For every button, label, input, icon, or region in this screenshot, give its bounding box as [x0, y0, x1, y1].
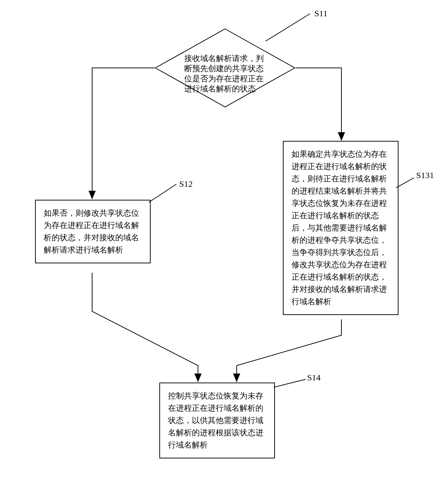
svg-line-1 — [149, 184, 176, 202]
label-s131: S131 — [416, 171, 434, 180]
svg-line-2 — [396, 178, 414, 188]
process-s14: 控制共享状态位恢复为未存在进程正在进行域名解析的状态，以供其他需要进行域名解析的… — [159, 383, 275, 458]
decision-text: 接收域名解析请求，判断预先创建的共享状态位是否为存在进程正在进行域名解析的状态 — [184, 53, 266, 94]
label-s11: S11 — [314, 9, 327, 18]
label-s14: S14 — [307, 373, 320, 383]
process-s12: 如果否，则修改共享状态位为存在进程正在进行域名解析的状态，并对接收的域名解析请求… — [35, 200, 151, 263]
label-s12: S12 — [179, 179, 193, 189]
decision-s11: 接收域名解析请求，判断预先创建的共享状态位是否为存在进程正在进行域名解析的状态 — [155, 28, 296, 108]
flowchart-canvas: 接收域名解析请求，判断预先创建的共享状态位是否为存在进程正在进行域名解析的状态 … — [0, 0, 448, 479]
svg-line-3 — [274, 379, 306, 387]
process-s131: 如果确定共享状态位为存在进程正在进行域名解析的状态，则待正在进行域名解析的进程结… — [283, 141, 399, 315]
